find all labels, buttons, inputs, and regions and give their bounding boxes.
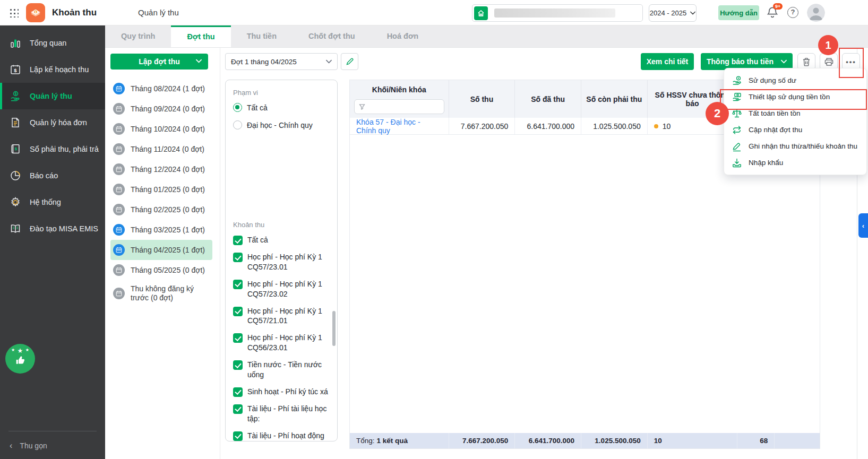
tab-dot-thu[interactable]: Đợt thu	[171, 25, 230, 47]
scope-option-all[interactable]: Tất cả	[233, 103, 331, 112]
sidebar-item-he-thong[interactable]: Hệ thống	[0, 189, 105, 215]
footer-so-con-phai-thu: 1.025.500.050	[581, 433, 648, 448]
month-item[interactable]: Tháng 11/2024 (0 đợt)	[110, 139, 212, 159]
tab-hoa-don[interactable]: Hoá đơn	[371, 25, 434, 47]
calendar-money-icon: $	[9, 63, 22, 76]
radio-icon	[233, 103, 242, 112]
invoice-icon	[9, 116, 22, 129]
footer-so-da-thu: 6.641.700.000	[515, 433, 581, 448]
fee-option[interactable]: Tiền nước - Tiền nước uống	[233, 360, 331, 380]
checkbox-checked-icon	[233, 387, 243, 397]
tab-chot-dot-thu[interactable]: Chốt đợt thu	[293, 25, 371, 47]
calendar-icon	[113, 288, 125, 299]
sidebar: Tổng quan $ Lập kế hoạch thu $	[0, 25, 105, 459]
checkbox-checked-icon	[233, 307, 243, 316]
sidebar-item-quan-ly-hoa-don[interactable]: Quản lý hóa đơn	[0, 109, 105, 136]
help-icon[interactable]: ?	[787, 7, 798, 18]
expand-right-panel-button[interactable]: ‹	[858, 213, 868, 238]
collapse-sidebar-button[interactable]: ‹ Thu gọn	[0, 432, 105, 459]
cell-so-da-thu: 6.641.700.000	[515, 118, 581, 134]
column-filter-input[interactable]	[354, 99, 444, 114]
printer-icon	[824, 57, 833, 66]
home-icon[interactable]	[474, 6, 488, 20]
sidebar-item-so-phai-thu[interactable]: $ Sổ phải thu, phải trả	[0, 136, 105, 162]
school-search-input[interactable]	[472, 4, 643, 22]
calendar-icon	[113, 123, 125, 135]
table-footer-row: Tổng:1 kết quả 7.667.200.050 6.641.700.0…	[350, 433, 820, 448]
calendar-icon	[113, 163, 125, 175]
footer-col6: 68	[737, 433, 775, 448]
fee-label: Khoản thu	[233, 221, 331, 229]
school-year-select[interactable]: 2024 - 2025	[649, 4, 697, 22]
cell-so-con-phai-thu: 1.025.500.050	[581, 118, 648, 134]
checkbox-checked-icon	[233, 253, 243, 262]
checkbox-checked-icon	[233, 360, 243, 370]
pie-chart-icon	[9, 169, 22, 182]
fee-option[interactable]: Học phí - Học phí Kỳ 1 CQ57/21.01	[233, 306, 331, 326]
calendar-icon	[113, 244, 125, 256]
open-book-icon	[9, 222, 22, 235]
school-name-redacted	[494, 8, 615, 18]
svg-text:$: $	[35, 11, 36, 14]
month-item-selected[interactable]: Tháng 04/2025 (1 đợt)	[110, 240, 212, 260]
sidebar-item-dao-tao[interactable]: Đào tạo MISA EMIS	[0, 215, 105, 242]
top-header-bar: $ Khoản thu Quản lý thu 2024 - 2025 Hướn…	[0, 0, 868, 25]
app-launcher-icon[interactable]	[9, 8, 19, 18]
svg-text:$: $	[14, 67, 17, 73]
swap-arrows-icon	[732, 125, 742, 135]
sidebar-item-lap-ke-hoach-thu[interactable]: $ Lập kế hoạch thu	[0, 56, 105, 83]
chevron-left-icon: ‹	[10, 441, 12, 451]
month-item[interactable]: Tháng 01/2025 (0 đợt)	[110, 179, 212, 200]
sidebar-item-quan-ly-thu[interactable]: $ Quản lý thu	[0, 83, 105, 109]
fee-option[interactable]: Tất cả	[233, 235, 331, 245]
month-item[interactable]: Tháng 12/2024 (0 đợt)	[110, 159, 212, 179]
user-avatar[interactable]	[807, 4, 825, 22]
app-window: $ Khoản thu Quản lý thu 2024 - 2025 Hướn…	[0, 0, 868, 459]
menu-item-nhap-khau[interactable]: Nhập khẩu	[724, 154, 866, 171]
scrollbar-thumb[interactable]	[332, 311, 336, 346]
menu-item-ghi-nhan-thu-thua-thieu[interactable]: Ghi nhận thu thừa/thiếu khoản thu	[724, 138, 866, 154]
feedback-thumbs-up-icon[interactable]: ★ ★ ★	[5, 344, 35, 374]
notifications-bell-icon[interactable]: 9+	[767, 6, 780, 20]
sidebar-item-bao-cao[interactable]: Báo cáo	[0, 162, 105, 189]
view-detail-button[interactable]: Xem chi tiết	[641, 53, 694, 70]
import-icon	[732, 158, 742, 168]
menu-item-cap-nhat-dot-thu[interactable]: Cập nhật đợt thu	[724, 122, 866, 138]
create-batch-button[interactable]: Lập đợt thu	[110, 54, 208, 70]
guide-button[interactable]: Hướng dẫn	[718, 5, 759, 20]
tab-quy-trinh[interactable]: Quy trình	[105, 25, 171, 47]
pencil-icon	[346, 57, 354, 66]
month-item[interactable]: Tháng 09/2024 (0 đợt)	[110, 99, 212, 119]
checkbox-checked-icon	[233, 431, 243, 441]
calendar-icon	[113, 103, 125, 115]
sidebar-item-tong-quan[interactable]: Tổng quan	[0, 30, 105, 56]
cell-khoi-nien-khoa: Khóa 57 - Đại học - Chính quy	[350, 118, 449, 134]
fee-option[interactable]: Tài liệu - Phí tài liệu học tập:	[233, 404, 331, 424]
month-item[interactable]: Tháng 02/2025 (0 đợt)	[110, 200, 212, 220]
batch-select[interactable]: Đợt 1 tháng 04/2025	[225, 53, 338, 70]
fee-option[interactable]: Tài liệu - Phí hoạt động ngoại khóa:	[233, 431, 331, 441]
scope-option-dai-hoc[interactable]: Đại học - Chính quy	[233, 120, 331, 129]
fee-option[interactable]: Học phí - Học phí Kỳ 1 CQ56/23.01	[233, 333, 331, 353]
tab-thu-tien[interactable]: Thu tiền	[231, 25, 293, 47]
month-item[interactable]: Tháng 03/2025 (1 đợt)	[110, 220, 212, 240]
month-item[interactable]: Tháng 08/2024 (1 đợt)	[110, 79, 212, 99]
checkbox-checked-icon	[233, 404, 243, 414]
calendar-icon	[113, 264, 125, 276]
edit-batch-button[interactable]	[341, 53, 358, 70]
fee-option[interactable]: Học phí - Học phí Kỳ 1 CQ57/23.01	[233, 252, 331, 272]
fee-option[interactable]: Sinh hoạt - Phí ký túc xá	[233, 387, 331, 397]
fee-option[interactable]: Học phí - Học phí Kỳ 1 CQ57/23.02	[233, 279, 331, 299]
month-item[interactable]: Tháng 10/2024 (0 đợt)	[110, 119, 212, 139]
month-item[interactable]: Tháng 05/2025 (0 đợt)	[110, 260, 212, 280]
month-item[interactable]: Thu không đăng ký trước (0 đợt)	[110, 280, 212, 307]
svg-text:$: $	[15, 146, 18, 151]
ledger-icon: $	[9, 143, 22, 155]
column-header-so-con-phai-thu[interactable]: Số còn phải thu	[581, 80, 648, 118]
column-header-so-thu[interactable]: Số thu	[449, 80, 515, 118]
cohort-link[interactable]: Khóa 57 - Đại học - Chính quy	[356, 118, 442, 135]
column-header-so-da-thu[interactable]: Số đã thu	[515, 80, 581, 118]
top-nav-quan-ly-thu[interactable]: Quản lý thu	[138, 8, 179, 17]
sidebar-divider	[8, 431, 97, 431]
annotation-step-1: 1	[818, 35, 838, 55]
